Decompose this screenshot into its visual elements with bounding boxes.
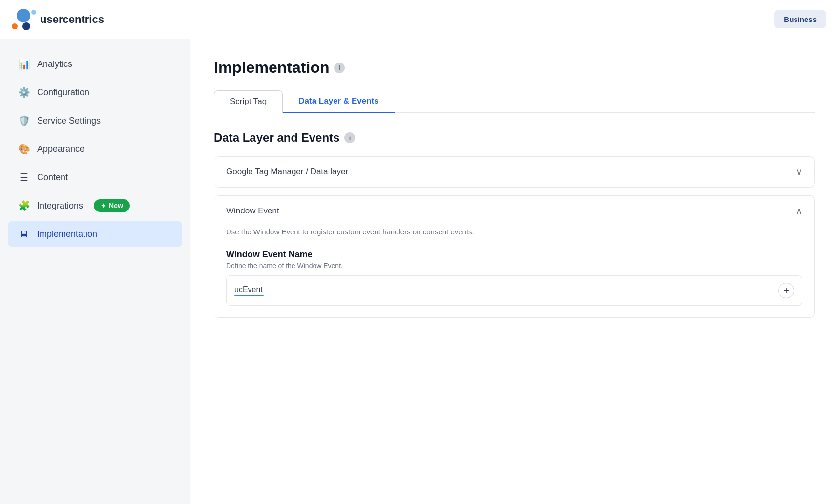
page-title: Implementation: [214, 59, 329, 77]
new-badge: ✦ New: [94, 199, 130, 212]
new-badge-label: New: [109, 202, 123, 210]
accordion-title-google-tag-manager: Google Tag Manager / Data layer: [226, 167, 348, 177]
section-title-row: Data Layer and Events i: [214, 131, 815, 145]
logo-divider: [116, 13, 116, 26]
header: usercentrics Business: [0, 0, 838, 39]
sidebar-item-implementation[interactable]: 🖥 Implementation: [8, 221, 182, 247]
sidebar-item-integrations-label: Integrations: [37, 201, 83, 211]
sidebar-item-service-settings[interactable]: 🛡️ Service Settings: [8, 107, 182, 134]
page-info-icon[interactable]: i: [334, 63, 345, 73]
chevron-down-icon: ∨: [796, 167, 802, 177]
layout: 📊 Analytics ⚙️ Configuration 🛡️ Service …: [0, 39, 838, 504]
content-icon: ☰: [18, 171, 30, 184]
logo-text-bold: centrics: [63, 13, 104, 25]
sidebar-item-analytics-label: Analytics: [37, 59, 72, 69]
accordion-header-window-event[interactable]: Window Event ∧: [214, 196, 814, 226]
business-button[interactable]: Business: [774, 10, 826, 28]
analytics-icon: 📊: [18, 58, 30, 70]
logo-circle-blue-small: [31, 10, 36, 15]
integrations-icon: 🧩: [18, 199, 30, 212]
accordion-window-event: Window Event ∧ Use the Window Event to r…: [214, 195, 815, 318]
sidebar-item-implementation-label: Implementation: [37, 229, 97, 239]
sidebar-item-content-label: Content: [37, 172, 68, 183]
sidebar-item-content[interactable]: ☰ Content: [8, 164, 182, 190]
sparkle-icon: ✦: [101, 202, 106, 210]
logo-circle-orange: [12, 23, 18, 29]
window-event-description: Use the Window Event to register custom …: [226, 226, 802, 238]
window-event-name-input-inner: [234, 285, 342, 296]
tabs: Script Tag Data Layer & Events: [214, 90, 815, 113]
configuration-icon: ⚙️: [18, 86, 30, 99]
logo-text: usercentrics: [40, 13, 104, 26]
tab-data-layer-events[interactable]: Data Layer & Events: [283, 90, 394, 113]
page-title-row: Implementation i: [214, 59, 815, 77]
logo-text-plain: user: [40, 13, 63, 25]
logo-circle-blue-dark: [22, 22, 30, 30]
appearance-icon: 🎨: [18, 143, 30, 155]
main-content: Implementation i Script Tag Data Layer &…: [190, 39, 838, 504]
section-title: Data Layer and Events: [214, 131, 339, 145]
logo: usercentrics: [12, 9, 124, 30]
window-event-name-input-wrapper: +: [226, 275, 802, 306]
sidebar-item-appearance[interactable]: 🎨 Appearance: [8, 136, 182, 162]
window-event-name-desc: Define the name of the Window Event.: [226, 262, 802, 270]
accordion-header-google-tag-manager[interactable]: Google Tag Manager / Data layer ∨: [214, 157, 814, 187]
accordion-google-tag-manager: Google Tag Manager / Data layer ∨: [214, 156, 815, 188]
window-event-name-input[interactable]: [234, 285, 342, 294]
section-info-icon[interactable]: i: [344, 132, 355, 143]
accordion-body-window-event: Use the Window Event to register custom …: [214, 226, 814, 317]
sidebar-item-service-settings-label: Service Settings: [37, 116, 101, 126]
sidebar-item-integrations[interactable]: 🧩 Integrations ✦ New: [8, 192, 182, 219]
implementation-icon: 🖥: [18, 228, 30, 240]
accordion-title-window-event: Window Event: [226, 206, 279, 216]
sidebar-item-appearance-label: Appearance: [37, 144, 84, 154]
service-settings-icon: 🛡️: [18, 114, 30, 127]
logo-circle-blue-large: [17, 9, 30, 22]
logo-icon: [12, 9, 36, 30]
chevron-up-icon: ∧: [796, 206, 802, 216]
add-event-button[interactable]: +: [778, 283, 794, 298]
sidebar-item-configuration[interactable]: ⚙️ Configuration: [8, 79, 182, 105]
sidebar-item-configuration-label: Configuration: [37, 87, 89, 98]
sidebar-item-analytics[interactable]: 📊 Analytics: [8, 51, 182, 77]
window-event-name-title: Window Event Name: [226, 250, 802, 260]
input-underline: [234, 295, 264, 296]
tab-script-tag[interactable]: Script Tag: [214, 90, 283, 113]
sidebar: 📊 Analytics ⚙️ Configuration 🛡️ Service …: [0, 39, 190, 504]
